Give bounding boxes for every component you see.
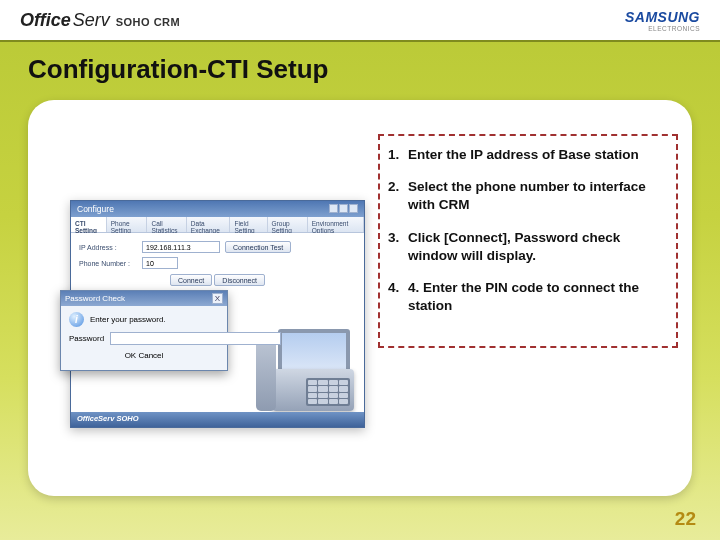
- password-titlebar: Password Check X: [61, 291, 227, 306]
- brand: OfficeServ SOHO CRM: [20, 10, 180, 31]
- page-number: 22: [675, 508, 696, 530]
- tab-data-exchange[interactable]: Data Exchange: [187, 217, 231, 232]
- instruction-text: Enter the IP address of Base station: [408, 146, 639, 164]
- configure-titlebar: Configure: [71, 201, 364, 217]
- brand-sub: SOHO CRM: [116, 16, 181, 28]
- ok-button[interactable]: OK: [125, 351, 137, 360]
- slide-header: OfficeServ SOHO CRM SAMSUNG ELECTRONICS: [0, 0, 720, 42]
- instruction-text: Select the phone number to interface wit…: [408, 178, 668, 214]
- password-title: Password Check: [65, 294, 125, 303]
- instruction-text: 4. Enter the PIN code to connect the sta…: [408, 279, 668, 315]
- connection-test-button[interactable]: Connection Test: [225, 241, 291, 253]
- ip-input[interactable]: [142, 241, 220, 253]
- instruction-text: Click [Connect], Password check window w…: [408, 229, 668, 265]
- tab-field-setting[interactable]: Field Setting: [230, 217, 267, 232]
- samsung-logo-block: SAMSUNG ELECTRONICS: [625, 9, 700, 32]
- slide-title: Configuration-CTI Setup: [0, 42, 720, 105]
- instruction-item: 3. Click [Connect], Password check windo…: [388, 229, 668, 265]
- tab-group-setting[interactable]: Group Setting: [268, 217, 308, 232]
- samsung-logo: SAMSUNG: [625, 9, 700, 25]
- tab-call-statistics[interactable]: Call Statistics: [147, 217, 186, 232]
- ip-row: IP Address : Connection Test: [71, 239, 364, 255]
- password-dialog: Password Check X i Enter your password. …: [60, 290, 228, 371]
- connect-button[interactable]: Connect: [170, 274, 212, 286]
- password-prompt: Enter your password.: [90, 315, 166, 324]
- instruction-item: 2. Select the phone number to interface …: [388, 178, 668, 214]
- configure-footer: OfficeServ SOHO: [71, 412, 364, 427]
- configure-title: Configure: [77, 204, 114, 214]
- samsung-sub: ELECTRONICS: [625, 25, 700, 32]
- connect-button-row: Connect Disconnect: [71, 271, 364, 292]
- ip-label: IP Address :: [79, 244, 137, 251]
- password-label: Password: [69, 334, 104, 343]
- brand-office: Office: [20, 10, 71, 31]
- instruction-item: 4. 4. Enter the PIN code to connect the …: [388, 279, 668, 315]
- brand-serv: Serv: [73, 10, 110, 31]
- phone-illustration: [250, 311, 360, 411]
- tab-environment-options[interactable]: Environment Options: [308, 217, 364, 232]
- instructions-box: 1. Enter the IP address of Base station …: [378, 134, 678, 348]
- password-input[interactable]: [110, 332, 281, 345]
- cancel-button[interactable]: Cancel: [138, 351, 163, 360]
- disconnect-button[interactable]: Disconnect: [214, 274, 265, 286]
- window-buttons[interactable]: [328, 204, 358, 215]
- info-icon: i: [69, 312, 84, 327]
- close-icon[interactable]: X: [212, 293, 223, 304]
- tab-cti-setting[interactable]: CTI Setting: [71, 217, 107, 232]
- phone-row: Phone Number :: [71, 255, 364, 271]
- phone-label: Phone Number :: [79, 260, 137, 267]
- phone-input[interactable]: [142, 257, 178, 269]
- tab-phone-setting[interactable]: Phone Setting: [107, 217, 148, 232]
- instruction-item: 1. Enter the IP address of Base station: [388, 146, 668, 164]
- configure-tabs: CTI Setting Phone Setting Call Statistic…: [71, 217, 364, 233]
